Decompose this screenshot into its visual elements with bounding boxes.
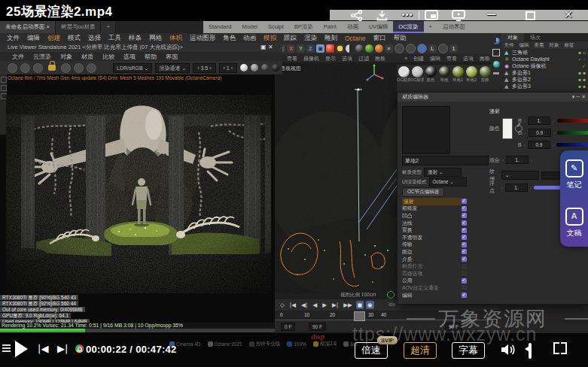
layout-tab[interactable]: UV编辑 (364, 21, 393, 33)
lv-menu-item[interactable]: 帮助 (140, 53, 161, 61)
channel-row[interactable]: 漫射 (402, 198, 486, 205)
lv-menu-item[interactable]: 界面 (161, 53, 182, 61)
pip-icon[interactable] (425, 10, 438, 20)
colorspace-dropdown[interactable]: LDR/sRGB ⌄ (113, 63, 152, 73)
channel-row[interactable]: 材质灯光 (402, 262, 486, 270)
object-manager-menu-item[interactable]: 对象 (547, 42, 562, 49)
document-tab[interactable]: 未命名启动界面 × (0, 21, 56, 33)
g-value-field[interactable]: 0.9 (529, 129, 551, 137)
material-editor-titlebar[interactable]: 材质编辑器 (398, 93, 588, 102)
lock-icon[interactable] (48, 65, 56, 71)
menu-item[interactable]: Octane (341, 35, 369, 42)
mirror-mode-icon[interactable] (529, 343, 532, 359)
menu-item[interactable]: 雕刻 (321, 34, 341, 43)
channel-checkbox[interactable] (462, 256, 467, 262)
menu-item[interactable]: 模拟 (260, 34, 280, 43)
frame-end-field[interactable]: 90 F (309, 323, 326, 331)
ui-mode-dropdown[interactable]: Octane ⌄ (429, 177, 467, 187)
x-axis-button[interactable]: X (287, 44, 295, 53)
r-value-field[interactable]: 1. (528, 117, 550, 125)
material-ball-dark-icon[interactable] (261, 64, 269, 71)
transport-button[interactable]: ▶| (331, 301, 340, 309)
object-tags[interactable]: ✓ (582, 63, 588, 68)
lv-menu-item[interactable]: 文件 (8, 53, 29, 61)
share-icon[interactable] (351, 10, 363, 21)
menu-item[interactable]: 运动图形 (186, 34, 219, 43)
render-view-button[interactable] (326, 44, 334, 53)
lv-menu-item[interactable]: 选项 (119, 53, 140, 61)
cast-icon[interactable] (452, 10, 465, 21)
channel-checkbox[interactable] (462, 213, 467, 218)
r-slider[interactable] (557, 119, 588, 123)
material-swatch[interactable]: OC材质1 (410, 66, 424, 83)
object-tags[interactable]: ▪ ▪ (578, 70, 588, 75)
close-tool-icon[interactable]: ✕ (385, 44, 393, 53)
object-manager-menu-item[interactable]: 查看 (532, 42, 547, 49)
layout-tab[interactable]: Model (236, 21, 262, 33)
g-slider[interactable] (557, 131, 588, 135)
object-manager-menu-item[interactable]: 编辑 (516, 42, 532, 49)
menu-item[interactable]: 选择 (84, 34, 105, 43)
viewport-menu-item[interactable]: 选项 (339, 55, 355, 62)
menu-item[interactable]: 角色 (219, 34, 239, 43)
lv-menu-item[interactable]: 材质 (77, 53, 98, 61)
document-tab[interactable]: 树层与oc材质 (56, 21, 101, 33)
cube-icon[interactable] (492, 49, 500, 56)
scale-tool-icon[interactable] (406, 44, 416, 53)
lv-menu-item[interactable]: 云渲染 (29, 53, 56, 61)
next-button[interactable]: ▶| (57, 343, 68, 354)
environment-button[interactable] (365, 44, 373, 53)
previous-button[interactable]: |◀ (38, 343, 48, 354)
move-tool-icon[interactable] (395, 44, 404, 53)
edit-render-settings-button[interactable] (346, 44, 354, 53)
object-manager-menu-item[interactable]: 文件 (501, 42, 516, 49)
video-player[interactable]: 未命名启动界面 ×树层与oc材质+ StandardModelSculptBP渲… (0, 0, 588, 367)
channel-row[interactable]: AOV自定义通道 (402, 284, 486, 292)
lv-camera-icon[interactable] (87, 63, 96, 73)
lv-close-icon[interactable]: ✕ (268, 43, 273, 52)
menu-item[interactable]: 网格 (145, 34, 166, 43)
channel-checkbox[interactable] (462, 271, 467, 276)
fullscreen-icon[interactable] (553, 342, 567, 354)
lv-focus-icon[interactable] (74, 63, 84, 73)
mograph-button[interactable] (375, 44, 383, 53)
more-icon[interactable]: ⋯ (401, 8, 413, 22)
object-manager-menu-item[interactable]: 标签 (562, 42, 577, 49)
channel-checkbox[interactable] (462, 264, 467, 269)
menu-item[interactable]: 样条 (125, 34, 145, 43)
object-tags[interactable]: ▪ ▪ (578, 83, 588, 89)
material-editor-window-buttons[interactable]: ▾ ─ ✕ (572, 94, 586, 100)
coordinate-system-button[interactable]: ▣ (316, 44, 324, 53)
viewport-menu-item[interactable]: 编辑 (427, 55, 443, 62)
layout-tab[interactable]: 启动界面 (437, 21, 471, 33)
material-swatch[interactable]: OC材质 (397, 66, 410, 83)
frame-start-field[interactable]: 0 F (281, 323, 295, 331)
lv-pause-icon[interactable] (20, 63, 30, 73)
viewport-menu-item[interactable]: 显示 (322, 55, 339, 62)
menu-item[interactable]: 动画 (239, 34, 260, 43)
menu-item[interactable]: 帮助 (389, 34, 410, 43)
channel-checkbox[interactable] (462, 249, 467, 254)
transport-button[interactable]: ◀| (300, 301, 309, 309)
viewport-menu-item[interactable]: 摄像机 (300, 55, 322, 62)
transport-button[interactable]: ◼ (356, 301, 364, 309)
maximize-icon[interactable] (526, 11, 535, 20)
channel-row[interactable]: 编辑 (402, 292, 486, 299)
material-ball-black-icon[interactable] (272, 64, 279, 71)
playlist-queue-icon[interactable] (2, 344, 12, 354)
material-ball-gray-icon[interactable] (251, 64, 258, 71)
volume-icon[interactable] (500, 343, 516, 359)
channel-row[interactable]: 公用 (402, 278, 486, 285)
timeline-playhead[interactable] (354, 311, 365, 321)
channel-row[interactable]: 圆边 (402, 248, 486, 256)
channel-checkbox[interactable] (462, 278, 467, 284)
material-swatch[interactable]: 草地1 (451, 66, 465, 83)
object-tags[interactable]: ▪ ▫ (578, 50, 588, 55)
gamma-spinner[interactable]: ‹ 3.5 › (193, 63, 215, 73)
viewport-hamburger2-icon[interactable]: ≡ (401, 56, 410, 61)
material-preview[interactable] (402, 106, 450, 154)
channel-checkbox[interactable] (462, 199, 467, 204)
menu-item[interactable]: 渲染 (300, 34, 321, 43)
texture-dropdown[interactable]: ⌄ (501, 171, 539, 180)
material-swatch[interactable]: 苔藓 (478, 66, 492, 83)
